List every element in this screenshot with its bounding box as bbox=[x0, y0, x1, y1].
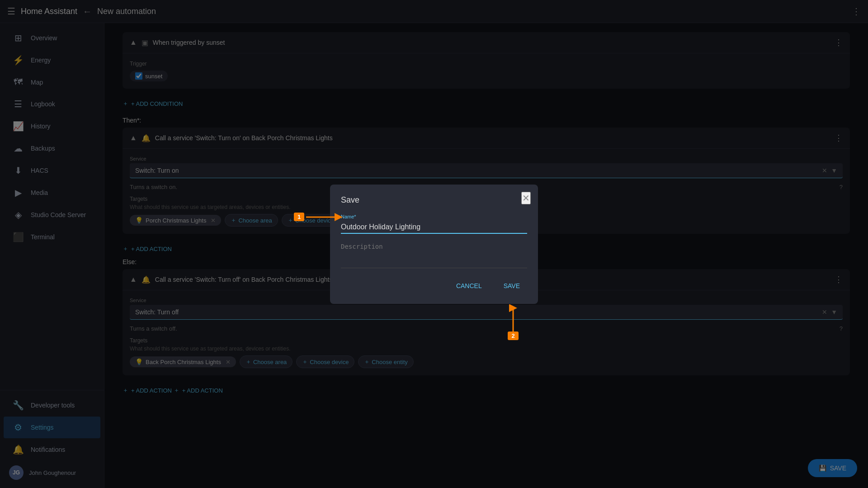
modal-title: Save bbox=[341, 195, 527, 205]
arrow-annotation-1: 1 bbox=[294, 212, 342, 223]
save-modal: Save ✕ 1 Name* CANCEL SAVE bbox=[330, 185, 538, 304]
modal-cancel-button[interactable]: CANCEL bbox=[449, 279, 489, 293]
modal-overlay[interactable]: Save ✕ 1 Name* CANCEL SAVE bbox=[0, 0, 868, 488]
arrow-svg-1 bbox=[306, 212, 342, 223]
modal-save-button[interactable]: SAVE bbox=[496, 279, 527, 293]
arrow-svg-2 bbox=[506, 304, 520, 332]
modal-description-field bbox=[341, 241, 527, 270]
modal-actions: CANCEL SAVE bbox=[341, 279, 527, 293]
modal-close-button[interactable]: ✕ bbox=[521, 192, 531, 204]
modal-name-field: Name* bbox=[341, 214, 527, 234]
modal-name-label: Name* bbox=[341, 214, 527, 219]
modal-description-input[interactable] bbox=[341, 241, 527, 268]
arrow-annotation-2: 2 bbox=[506, 304, 520, 340]
modal-name-input[interactable] bbox=[341, 221, 527, 234]
